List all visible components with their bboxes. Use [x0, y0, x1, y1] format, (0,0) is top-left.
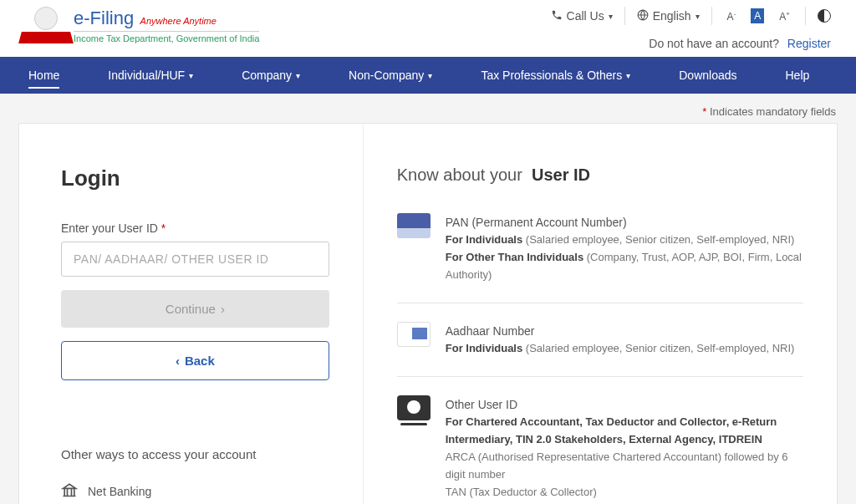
chevron-down-icon: ▾	[626, 71, 630, 80]
nav-noncompany[interactable]: Non-Company▾	[337, 57, 444, 94]
chevron-left-icon: ‹	[176, 354, 180, 368]
continue-button[interactable]: Continue ›	[61, 290, 329, 328]
nav-help[interactable]: Help	[774, 57, 822, 94]
info-other: Other User ID For Chartered Accountant, …	[397, 395, 803, 504]
aadhaar-card-icon	[397, 322, 431, 347]
know-title: Know about your User ID	[397, 165, 803, 185]
site-logo[interactable]: e-Filing Anywhere Anytime Income Tax Dep…	[25, 7, 259, 44]
brand-tagline: Anywhere Anytime	[140, 16, 217, 26]
language-dropdown[interactable]: English ▾	[637, 9, 700, 23]
call-us-dropdown[interactable]: Call Us ▾	[551, 9, 613, 23]
chevron-right-icon: ›	[221, 302, 225, 316]
login-title: Login	[61, 165, 329, 191]
font-decrease[interactable]: A-	[724, 8, 740, 24]
chevron-down-icon: ▾	[189, 71, 193, 80]
brand-subtitle: Income Tax Department, Government of Ind…	[74, 31, 259, 43]
register-link[interactable]: Register	[787, 37, 831, 50]
brand-title: e-Filing	[74, 8, 134, 28]
userid-label: Enter your User ID *	[61, 221, 329, 235]
info-aadhaar: Aadhaar Number For Individuals (Salaried…	[397, 322, 803, 377]
info-pan: PAN (Permanent Account Number) For Indiv…	[397, 213, 803, 303]
no-account-text: Do not have an account?	[649, 37, 779, 50]
other-user-icon	[397, 395, 431, 420]
userid-input[interactable]	[61, 242, 329, 277]
nav-individual[interactable]: Individual/HUF▾	[96, 57, 205, 94]
font-increase[interactable]: A+	[776, 8, 793, 24]
contrast-toggle-icon[interactable]	[818, 9, 831, 23]
nav-home[interactable]: Home	[17, 57, 71, 94]
chevron-down-icon: ▾	[296, 71, 300, 80]
phone-icon	[551, 9, 563, 23]
nav-company[interactable]: Company▾	[230, 57, 312, 94]
mandatory-note: * Indicates mandatory fields	[0, 94, 856, 123]
other-ways-heading: Other ways to access your account	[61, 447, 329, 461]
chevron-down-icon: ▾	[428, 71, 432, 80]
nav-taxpro[interactable]: Tax Professionals & Others▾	[469, 57, 642, 94]
globe-icon	[637, 9, 649, 23]
nav-downloads[interactable]: Downloads	[667, 57, 748, 94]
bank-icon	[61, 481, 78, 501]
font-default[interactable]: A	[751, 8, 764, 23]
back-button[interactable]: ‹ Back	[61, 341, 329, 380]
netbanking-option[interactable]: Net Banking	[61, 481, 329, 501]
pan-card-icon	[397, 213, 431, 238]
chevron-down-icon: ▾	[609, 12, 613, 21]
chevron-down-icon: ▾	[696, 12, 700, 21]
